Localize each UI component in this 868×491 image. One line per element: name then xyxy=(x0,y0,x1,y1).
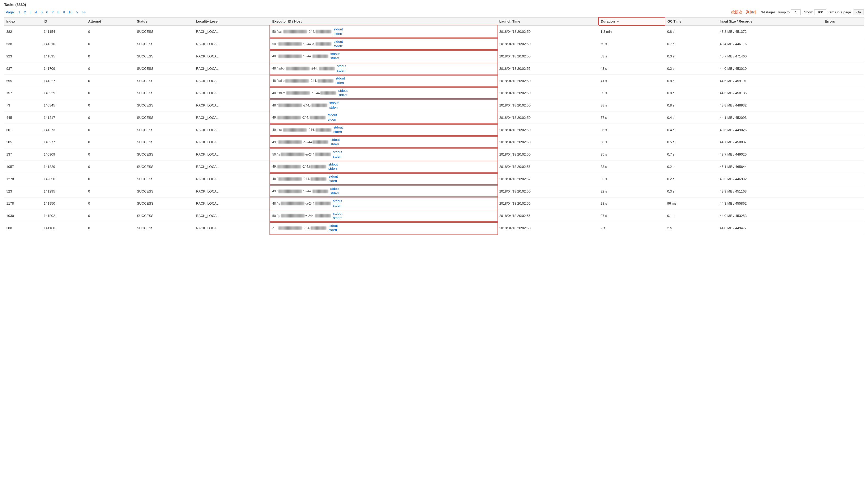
stderr-link[interactable]: stderr xyxy=(338,93,347,97)
stderr-link[interactable]: stderr xyxy=(337,68,346,73)
stderr-link[interactable]: stderr xyxy=(329,106,338,110)
cell-launch-time: 2018/04/18 20:02:56 xyxy=(497,161,598,173)
page-next[interactable]: > xyxy=(75,10,80,15)
pagination[interactable]: Page: 1 2 3 4 5 6 7 8 9 10 > >> xyxy=(4,10,87,15)
stderr-link[interactable]: stderr xyxy=(334,32,343,36)
stderr-link[interactable]: stderr xyxy=(333,204,342,208)
executor-suffix: -n-244 xyxy=(303,140,312,144)
stdout-link[interactable]: stdout xyxy=(330,52,339,56)
cell-executor: 50 / p=-244.stdoutstderr xyxy=(270,209,497,222)
stdout-link[interactable]: stdout xyxy=(333,211,342,216)
cell-launch-time: 2018/04/18 20:02:50 xyxy=(497,124,598,136)
cell-duration: 1.3 min xyxy=(598,25,665,38)
total-pages-text: 34 Pages. Jump to xyxy=(761,10,789,14)
stderr-link[interactable]: stderr xyxy=(334,130,343,134)
executor-blurred-part xyxy=(278,140,302,144)
go-button[interactable]: Go xyxy=(853,9,864,15)
stdout-link[interactable]: stdout xyxy=(329,224,338,228)
cell-errors xyxy=(822,161,864,173)
stdout-link[interactable]: stdout xyxy=(329,174,338,179)
col-duration[interactable]: Duration ▼ xyxy=(598,17,665,25)
stderr-link[interactable]: stderr xyxy=(334,44,343,49)
stdout-link[interactable]: stdout xyxy=(329,101,338,106)
page-link-2[interactable]: 2 xyxy=(22,10,27,15)
page-link-5[interactable]: 5 xyxy=(39,10,44,15)
stderr-link[interactable]: stderr xyxy=(329,228,338,232)
cell-status: SUCCESS xyxy=(135,25,194,38)
page-link-7[interactable]: 7 xyxy=(50,10,55,15)
stdout-link[interactable]: stdout xyxy=(333,199,342,204)
cell-gc-time: 2 s xyxy=(665,222,718,234)
stderr-link[interactable]: stderr xyxy=(330,56,339,61)
cell-duration: 9 s xyxy=(598,222,665,234)
stdout-link[interactable]: stdout xyxy=(338,89,347,93)
cell-locality: RACK_LOCAL xyxy=(194,185,270,198)
executor-blurred-part xyxy=(278,42,302,46)
cell-index: 937 xyxy=(4,62,42,75)
stderr-link[interactable]: stderr xyxy=(330,191,339,196)
executor-prefix: 50 / p xyxy=(272,214,280,218)
executor-blurred-part2 xyxy=(316,30,331,33)
stderr-link[interactable]: stderr xyxy=(330,142,339,147)
page-link-6[interactable]: 6 xyxy=(45,10,50,15)
cell-errors xyxy=(822,50,864,62)
page-link-1[interactable]: 1 xyxy=(17,10,22,15)
stdout-link[interactable]: stdout xyxy=(337,64,346,68)
cell-duration: 43 s xyxy=(598,62,665,75)
cell-id: 141950 xyxy=(42,197,86,209)
cell-locality: RACK_LOCAL xyxy=(194,25,270,38)
stdout-link[interactable]: stdout xyxy=(334,27,343,32)
executor-blurred-part2 xyxy=(310,116,326,119)
stderr-link[interactable]: stderr xyxy=(336,81,345,85)
executor-prefix: 48 / xyxy=(272,54,278,58)
cell-index: 73 xyxy=(4,99,42,112)
page-link-9[interactable]: 9 xyxy=(61,10,66,15)
page-link-10[interactable]: 10 xyxy=(67,10,74,15)
page-link-8[interactable]: 8 xyxy=(56,10,61,15)
cell-input-size: 43.7 MB / 449025 xyxy=(718,148,822,161)
stdout-link[interactable]: stdout xyxy=(328,162,337,167)
stdout-link[interactable]: stdout xyxy=(334,39,343,44)
page-link-4[interactable]: 4 xyxy=(34,10,38,15)
stdout-link[interactable]: stdout xyxy=(330,138,339,142)
executor-blurred-part xyxy=(278,190,302,193)
cell-duration: 28 s xyxy=(598,197,665,209)
cell-duration: 37 s xyxy=(598,112,665,124)
col-id: ID xyxy=(42,17,86,25)
stderr-link[interactable]: stderr xyxy=(328,117,337,122)
executor-prefix: 48 / xyxy=(272,104,278,107)
stdout-link[interactable]: stdout xyxy=(328,113,337,117)
stderr-link[interactable]: stderr xyxy=(329,179,338,183)
stderr-link[interactable]: stderr xyxy=(333,216,342,220)
page-last[interactable]: >> xyxy=(80,10,87,15)
cell-gc-time: 0.7 s xyxy=(665,148,718,161)
cell-launch-time: 2018/04/18 20:02:50 xyxy=(497,99,598,112)
stdout-link[interactable]: stdout xyxy=(330,187,339,191)
page-link-3[interactable]: 3 xyxy=(28,10,33,15)
executor-prefix: 50 / s xyxy=(272,153,280,156)
executor-suffix: n-244.id. xyxy=(303,42,315,46)
executor-suffix: n-244. xyxy=(303,190,312,193)
stderr-link[interactable]: stderr xyxy=(328,167,337,171)
cell-duration: 36 s xyxy=(598,124,665,136)
executor-blurred-part xyxy=(281,153,304,156)
stdout-link[interactable]: stdout xyxy=(334,125,343,130)
executor-suffix: n-244. xyxy=(303,54,312,58)
cell-attempt: 0 xyxy=(86,99,135,112)
show-count-input[interactable] xyxy=(814,9,826,15)
jump-to-input[interactable] xyxy=(791,9,801,15)
stderr-link[interactable]: stderr xyxy=(333,154,342,159)
cell-attempt: 0 xyxy=(86,50,135,62)
stdout-link[interactable]: stdout xyxy=(333,150,342,154)
cell-input-size: 43.9 MB / 451163 xyxy=(718,185,822,198)
stdout-link[interactable]: stdout xyxy=(336,76,345,81)
executor-suffix: -n-244 xyxy=(305,153,314,156)
cell-launch-time: 2018/04/18 20:02:50 xyxy=(497,25,598,38)
cell-status: SUCCESS xyxy=(135,75,194,87)
cell-duration: 32 s xyxy=(598,185,665,198)
cell-attempt: 0 xyxy=(86,136,135,148)
table-row: 4451412170SUCCESSRACK_LOCAL49.-244.stdou… xyxy=(4,112,864,124)
cell-launch-time: 2018/04/18 20:02:56 xyxy=(497,209,598,222)
executor-prefix: 48 / sd-b xyxy=(272,79,285,83)
cell-launch-time: 2018/04/18 20:02:55 xyxy=(497,50,598,62)
